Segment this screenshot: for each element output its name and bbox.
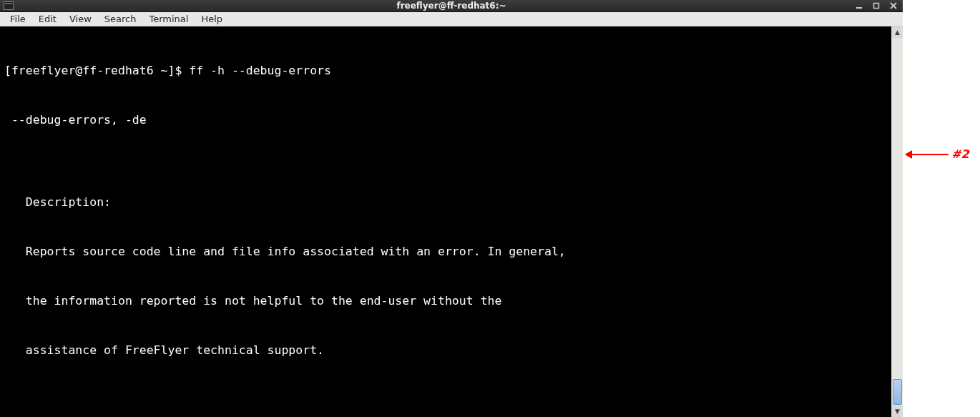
minimize-button[interactable] bbox=[853, 0, 866, 11]
close-button[interactable] bbox=[887, 0, 900, 11]
scrollbar[interactable]: ▲ ▼ bbox=[891, 26, 903, 417]
scroll-down-arrow-icon[interactable]: ▼ bbox=[892, 406, 903, 417]
menu-terminal[interactable]: Terminal bbox=[143, 12, 194, 26]
menu-bar: File Edit View Search Terminal Help bbox=[0, 12, 903, 26]
annotation-arrow: #2 bbox=[906, 147, 980, 161]
svg-rect-3 bbox=[874, 4, 879, 9]
terminal-line: [freeflyer@ff-redhat6 ~]$ ff -h --debug-… bbox=[4, 62, 887, 79]
terminal-line: assistance of FreeFlyer technical suppor… bbox=[4, 342, 887, 358]
terminal-window: freeflyer@ff-redhat6:~ File Edit View Se… bbox=[0, 0, 903, 417]
svg-rect-1 bbox=[5, 3, 12, 4]
window-title: freeflyer@ff-redhat6:~ bbox=[0, 1, 903, 11]
menu-edit[interactable]: Edit bbox=[33, 12, 62, 26]
scroll-thumb[interactable] bbox=[893, 379, 902, 405]
menu-help[interactable]: Help bbox=[195, 12, 228, 26]
annotation-label: #2 bbox=[951, 147, 969, 161]
svg-rect-2 bbox=[856, 7, 862, 9]
terminal-app-icon bbox=[3, 0, 14, 11]
scroll-up-arrow-icon[interactable]: ▲ bbox=[892, 26, 903, 38]
window-controls bbox=[853, 0, 900, 11]
terminal-line: Reports source code line and file info a… bbox=[4, 243, 887, 260]
terminal-line: Description: bbox=[4, 194, 887, 210]
arrow-left-icon bbox=[906, 154, 949, 155]
terminal-output[interactable]: [freeflyer@ff-redhat6 ~]$ ff -h --debug-… bbox=[0, 26, 891, 417]
terminal-line: the information reported is not helpful … bbox=[4, 293, 887, 309]
terminal-line: --debug-errors, -de bbox=[4, 112, 887, 128]
menu-view[interactable]: View bbox=[64, 12, 97, 26]
maximize-button[interactable] bbox=[870, 0, 883, 11]
terminal-body: [freeflyer@ff-redhat6 ~]$ ff -h --debug-… bbox=[0, 26, 903, 417]
titlebar[interactable]: freeflyer@ff-redhat6:~ bbox=[0, 0, 903, 12]
menu-search[interactable]: Search bbox=[99, 12, 142, 26]
menu-file[interactable]: File bbox=[4, 12, 31, 26]
